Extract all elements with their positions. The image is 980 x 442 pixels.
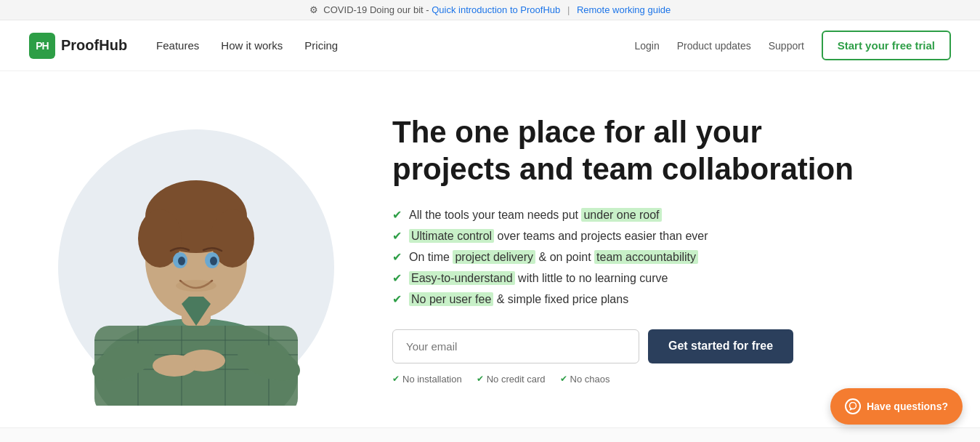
note-credit-card: ✔ No credit card	[477, 374, 546, 385]
highlight-5: No per user fee	[409, 292, 493, 306]
email-input[interactable]	[392, 329, 639, 363]
hero-section: The one place for all your projects and …	[0, 71, 980, 427]
start-trial-button[interactable]: Start your free trial	[822, 31, 951, 60]
hero-content: The one place for all your projects and …	[392, 114, 886, 385]
note-chaos: ✔ No chaos	[560, 374, 610, 385]
check-note-3: ✔	[560, 374, 567, 384]
logo[interactable]: PH ProofHub	[29, 33, 127, 59]
svg-point-23	[153, 355, 196, 377]
svg-point-24	[849, 403, 856, 409]
highlight-2: Ultimate control	[409, 229, 494, 243]
header: PH ProofHub Features How it works Pricin…	[0, 20, 980, 71]
feature-item-4: ✔ Easy-to-understand with little to no l…	[392, 271, 886, 285]
secondary-nav: Login Product updates Support Start your…	[635, 31, 952, 60]
check-icon-2: ✔	[392, 229, 402, 243]
feature-list: ✔ All the tools your team needs put unde…	[392, 208, 886, 306]
get-started-button[interactable]: Get started for free	[648, 329, 793, 363]
highlight-1: under one roof	[581, 208, 661, 222]
top-banner: ⚙ COVID-19 Doing our bit - Quick introdu…	[0, 0, 980, 20]
highlight-3a: project delivery	[453, 250, 535, 264]
check-icon-1: ✔	[392, 208, 402, 222]
highlight-3b: team accountability	[594, 250, 698, 264]
hero-title: The one place for all your projects and …	[392, 114, 886, 188]
check-icon-5: ✔	[392, 292, 402, 306]
nav-how-it-works[interactable]: How it works	[221, 39, 283, 52]
highlight-4: Easy-to-understand	[409, 271, 515, 285]
nav-features[interactable]: Features	[156, 39, 199, 52]
feature-item-2: ✔ Ultimate control over teams and projec…	[392, 229, 886, 243]
svg-point-17	[178, 257, 185, 265]
brand-name: ProofHub	[61, 37, 127, 54]
chat-button[interactable]: Have questions?	[830, 388, 963, 425]
feature-item-1: ✔ All the tools your team needs put unde…	[392, 208, 886, 222]
check-note-1: ✔	[392, 374, 400, 384]
nav-pricing[interactable]: Pricing	[304, 39, 338, 52]
nav-product-updates[interactable]: Product updates	[677, 40, 751, 52]
hero-image-area	[44, 93, 349, 406]
banner-text: COVID-19 Doing our bit -	[323, 4, 429, 15]
check-note-2: ✔	[477, 374, 484, 384]
banner-link2[interactable]: Remote working guide	[577, 4, 671, 15]
svg-point-19	[176, 280, 216, 292]
feature-item-5: ✔ No per user fee & simple fixed price p…	[392, 292, 886, 306]
hero-person	[65, 100, 327, 406]
nav-support[interactable]: Support	[769, 40, 804, 52]
note-installation: ✔ No installation	[392, 374, 462, 385]
signup-notes: ✔ No installation ✔ No credit card ✔ No …	[392, 374, 886, 385]
check-icon-3: ✔	[392, 250, 402, 264]
nav-login[interactable]: Login	[635, 40, 660, 52]
gear-icon: ⚙	[309, 4, 318, 15]
chat-bubble-icon	[845, 398, 861, 414]
banner-separator: |	[567, 4, 570, 15]
feature-item-3: ✔ On time project delivery & on point te…	[392, 250, 886, 264]
person-svg	[65, 100, 327, 406]
check-icon-4: ✔	[392, 271, 402, 285]
svg-point-18	[210, 257, 217, 265]
banner-link1[interactable]: Quick introduction to ProofHub	[432, 4, 560, 15]
bottom-bar: L♥ved by 85,000+ teams and businesses wo…	[0, 427, 980, 442]
logo-icon: PH	[29, 33, 55, 59]
chat-label: Have questions?	[867, 401, 948, 412]
main-nav: Features How it works Pricing	[156, 39, 634, 52]
signup-row: Get started for free	[392, 329, 886, 363]
